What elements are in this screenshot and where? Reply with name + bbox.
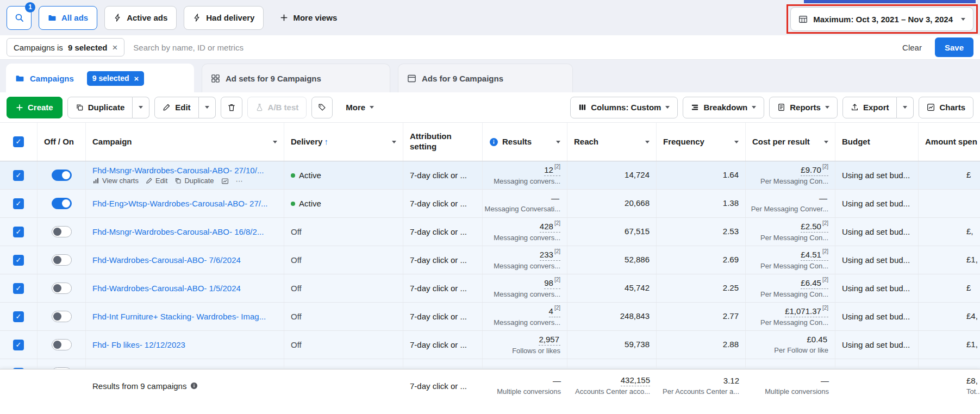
duplicate-button[interactable]: Duplicate (67, 97, 133, 118)
row-checkbox[interactable]: ✓ (13, 368, 24, 369)
header-campaign[interactable]: Campaign (86, 123, 284, 161)
results-footnote-ref: [2] (554, 220, 560, 227)
header-reach[interactable]: Reach (567, 123, 657, 161)
charts-button[interactable]: Charts (919, 97, 973, 118)
row-checkbox[interactable]: ✓ (13, 340, 24, 350)
tag-button[interactable] (311, 97, 333, 118)
header-frequency[interactable]: Frequency (657, 123, 746, 161)
campaign-name-link[interactable]: Fhd- Fb likes- 12/12/2023 (92, 340, 185, 349)
ab-test-button[interactable]: A/B test (247, 97, 307, 118)
delivery-status: Off (291, 340, 302, 349)
chevron-down-icon (665, 106, 670, 109)
table-row[interactable]: ✓ Fhd-Msngr-Wardrobes-Carousal-ABO- 27/1… (0, 161, 980, 190)
view-charts-action[interactable]: View charts (92, 177, 139, 185)
columns-button[interactable]: Columns: Custom (570, 97, 678, 118)
remove-filter-icon[interactable]: × (112, 43, 117, 52)
create-button[interactable]: Create (7, 97, 63, 118)
row-checkbox[interactable]: ✓ (13, 283, 24, 294)
deselect-icon[interactable]: × (134, 74, 139, 83)
edit-action[interactable]: Edit (146, 177, 167, 185)
campaign-toggle[interactable] (52, 339, 72, 350)
tab-ad-sets-label: Ad sets for 9 Campaigns (226, 74, 321, 83)
row-checkbox[interactable]: ✓ (13, 227, 24, 237)
filter-search-input[interactable] (133, 43, 894, 52)
amount-spent-value: £1, (966, 255, 978, 265)
campaign-toggle[interactable] (52, 170, 72, 181)
select-all-checkbox[interactable]: ✓ (13, 136, 24, 147)
cost-value: £4.51[2] (801, 250, 828, 261)
table-row[interactable]: ✓ Fhd-Msngr-Wardrobes-Carousal-ABO- 16/8… (0, 218, 980, 246)
chevron-down-icon (752, 106, 756, 109)
export-button[interactable]: Export (842, 97, 897, 118)
more-views-button[interactable]: More views (271, 6, 346, 30)
table-row[interactable]: ✓ Fhd-Wardrobes-Carousal-ABO- 7/6/2024 V… (0, 246, 980, 274)
more-actions-icon[interactable]: ··· (236, 177, 243, 185)
attribution-setting: 7-day click or ... (410, 255, 467, 265)
more-button[interactable]: More (338, 97, 382, 118)
bolt-icon (114, 14, 122, 22)
table-row[interactable]: ✓ Fhd- Fb likes- 6/11/2023 View charts E… (0, 359, 980, 369)
campaign-toggle[interactable] (52, 311, 72, 322)
view-active-ads-button[interactable]: Active ads (104, 6, 177, 30)
row-checkbox[interactable]: ✓ (13, 311, 24, 322)
tab-ad-sets[interactable]: Ad sets for 9 Campaigns (202, 64, 390, 92)
campaign-name-link[interactable]: Fhd-Int Furniture+ Stacking- Wardrobes- … (92, 312, 266, 321)
header-results[interactable]: Results (483, 123, 567, 161)
footer-reach-value: 432,155 (621, 375, 650, 386)
campaign-name-link[interactable]: Fhd-Wardrobes-Carousal-ABO- 1/5/2024 (92, 284, 241, 293)
view-had-delivery-button[interactable]: Had delivery (184, 6, 264, 30)
campaign-toggle[interactable] (52, 198, 72, 209)
delete-button[interactable] (221, 97, 242, 118)
budget-value: Using ad set bud... (842, 171, 910, 180)
results-value: 12[2] (544, 165, 560, 176)
cost-value: £2.50[2] (801, 222, 828, 233)
campaign-toggle[interactable] (52, 283, 72, 294)
duplicate-menu-button[interactable] (133, 97, 149, 118)
table-row[interactable]: ✓ Fhd-Int Furniture+ Stacking- Wardrobes… (0, 303, 980, 331)
results-footnote-ref: [2] (554, 248, 560, 255)
clear-filters-button[interactable]: Clear (902, 43, 922, 52)
cost-footnote-ref: [2] (822, 164, 828, 171)
results-label: Messaging convers... (494, 177, 560, 186)
header-cost-per-result[interactable]: Cost per result (746, 123, 835, 161)
row-checkbox[interactable]: ✓ (13, 170, 24, 181)
delivery-status: Active (299, 199, 321, 208)
cost-value: £1,071.37[2] (785, 306, 828, 317)
campaign-name-link[interactable]: Fhd-Msngr-Wardrobes-Carousal-ABO- 16/8/2… (92, 227, 264, 236)
tab-campaigns-label: Campaigns (30, 74, 74, 83)
duplicate-action[interactable]: Duplicate (174, 177, 214, 185)
tab-ads[interactable]: Ads for 9 Campaigns (398, 64, 573, 92)
toolbar: Create Duplicate Edit (0, 92, 980, 122)
results-label: Messaging convers... (494, 234, 560, 242)
filter-chip-campaigns[interactable]: Campaigns is9 selected × (7, 38, 124, 57)
reach-value: 14,724 (625, 170, 650, 180)
edit-menu-button[interactable] (199, 97, 216, 118)
tab-campaigns[interactable]: Campaigns 9 selected × (6, 64, 194, 92)
date-range-selector[interactable]: Maximum: Oct 3, 2021 – Nov 3, 2024 (790, 7, 973, 31)
view-all-ads-button[interactable]: All ads (39, 6, 97, 30)
attribution-setting: 7-day click or ... (410, 368, 467, 369)
edit-button[interactable]: Edit (154, 97, 198, 118)
campaign-name-link[interactable]: Fhd-Msngr-Wardrobes-Carousal-ABO- 27/10/… (92, 166, 264, 175)
header-delivery[interactable]: Delivery↑ (284, 123, 403, 161)
reports-button[interactable]: Reports (769, 97, 838, 118)
table-row[interactable]: ✓ Fhd- Fb likes- 12/12/2023 View charts … (0, 331, 980, 359)
campaign-name-link[interactable]: Fhd-Eng>Wtsp-Wardrobes-Carousal-ABO- 27/… (92, 199, 267, 208)
table-row[interactable]: ✓ Fhd-Wardrobes-Carousal-ABO- 1/5/2024 V… (0, 274, 980, 303)
campaign-toggle[interactable] (52, 226, 72, 237)
breakdown-button[interactable]: Breakdown (683, 97, 764, 118)
row-checkbox[interactable]: ✓ (13, 198, 24, 209)
save-filters-button[interactable]: Save (935, 37, 973, 57)
search-button[interactable]: 1 (7, 6, 32, 30)
campaign-toggle[interactable] (52, 254, 72, 266)
ads-manager-app: 1 All ads Active ads Had delivery More v (0, 0, 980, 414)
table-row[interactable]: ✓ Fhd-Eng>Wtsp-Wardrobes-Carousal-ABO- 2… (0, 190, 980, 218)
cost-value: £9.70[2] (801, 165, 828, 176)
open-in-charts-icon[interactable] (221, 177, 229, 185)
campaign-name-link[interactable]: Fhd- Fb likes- 6/11/2023 (92, 368, 180, 369)
export-menu-button[interactable] (897, 97, 914, 118)
campaign-name-link[interactable]: Fhd-Wardrobes-Carousal-ABO- 7/6/2024 (92, 255, 241, 265)
campaign-toggle[interactable] (52, 367, 72, 369)
row-checkbox[interactable]: ✓ (13, 255, 24, 266)
table-footer: Results from 9 campaigns 7-day click or … (0, 369, 980, 402)
